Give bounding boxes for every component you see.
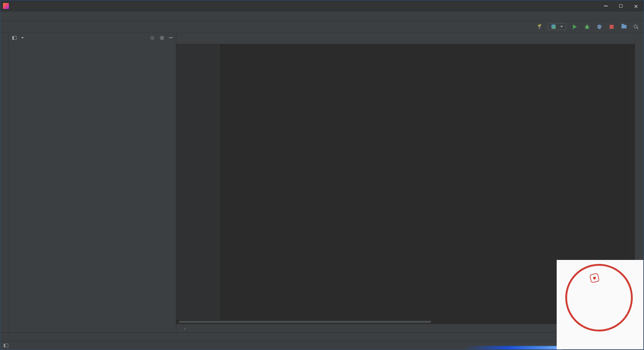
- watermark-panel: [557, 260, 643, 349]
- run-toolbar: [536, 23, 640, 30]
- scrollbar-thumb[interactable]: [179, 321, 431, 323]
- stamp-logo-icon: [589, 273, 600, 283]
- project-panel-header: [9, 33, 176, 43]
- close-button[interactable]: [628, 0, 644, 12]
- progress-glow: [463, 346, 563, 349]
- build-hammer-icon[interactable]: [536, 23, 543, 30]
- run-config-selector[interactable]: [548, 23, 566, 30]
- minimize-button[interactable]: [598, 0, 613, 12]
- left-tool-stripe: [0, 33, 9, 332]
- menu-bar: [0, 12, 644, 21]
- title-bar: [0, 0, 644, 12]
- project-tool-window: [9, 33, 176, 332]
- idea-logo-icon: [3, 3, 9, 9]
- chevron-down-icon[interactable]: [21, 37, 24, 39]
- stamp-footer-text: [557, 343, 643, 350]
- editor-tab-bar: [176, 33, 635, 44]
- project-view-icon: [12, 36, 17, 40]
- yuanlrc-stamp: [559, 257, 640, 338]
- toolwindow-toggle-icon[interactable]: [4, 344, 8, 347]
- maximize-button[interactable]: [613, 0, 628, 12]
- coverage-button[interactable]: [596, 23, 603, 30]
- chevron-down-icon: [560, 26, 563, 27]
- gear-icon[interactable]: [159, 35, 164, 40]
- stamp-sub-text: [594, 284, 598, 285]
- run-button[interactable]: [571, 23, 579, 30]
- intellij-window: [0, 0, 644, 350]
- app-config-icon: [551, 25, 556, 29]
- locate-file-icon[interactable]: [150, 35, 155, 40]
- hide-panel-icon[interactable]: [169, 37, 173, 38]
- breadcrumb-separator-icon: [184, 326, 186, 331]
- project-tree[interactable]: [9, 43, 176, 332]
- debug-button[interactable]: [583, 23, 591, 30]
- module-settings-icon[interactable]: [620, 23, 627, 30]
- stop-button[interactable]: [608, 23, 615, 30]
- tool-window-bar: [0, 332, 644, 341]
- navigation-toolbar: [0, 21, 644, 33]
- search-icon[interactable]: [632, 23, 640, 30]
- breakpoint-gutter[interactable]: [176, 44, 219, 320]
